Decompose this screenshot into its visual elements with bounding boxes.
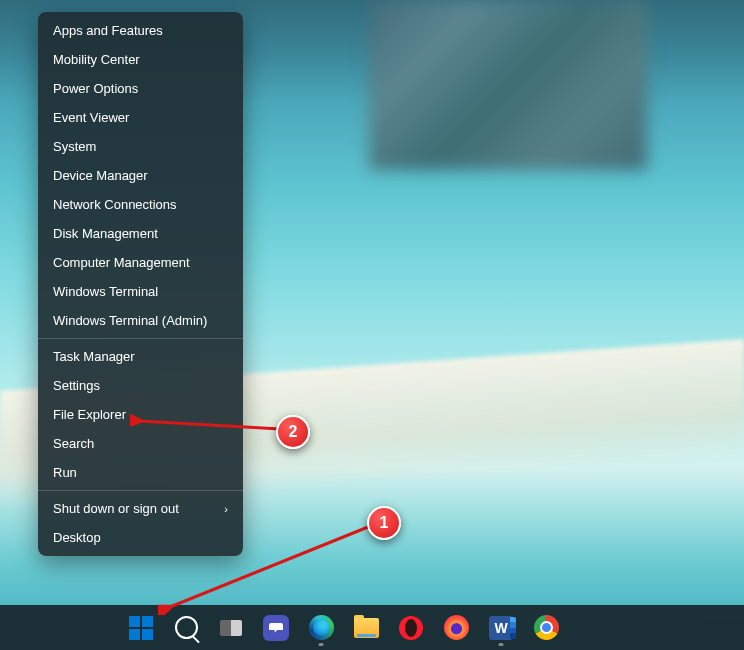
word-button[interactable]: W [482,609,520,647]
menu-item-windows-terminal[interactable]: Windows Terminal [38,277,243,306]
annotation-badge-1: 1 [367,506,401,540]
annotation-badge-2: 2 [276,415,310,449]
menu-item-event-viewer[interactable]: Event Viewer [38,103,243,132]
file-explorer-button[interactable] [347,609,385,647]
running-indicator [499,643,504,646]
start-button[interactable] [122,609,160,647]
opera-icon [399,616,423,640]
taskbar: W [0,605,744,650]
windows-logo-icon [129,616,153,640]
winx-context-menu: Apps and FeaturesMobility CenterPower Op… [38,12,243,556]
chat-icon [263,615,289,641]
search-button[interactable] [167,609,205,647]
menu-item-label: Windows Terminal (Admin) [53,313,207,328]
chrome-icon [534,615,559,640]
menu-item-mobility-center[interactable]: Mobility Center [38,45,243,74]
menu-item-label: File Explorer [53,407,126,422]
menu-item-label: Disk Management [53,226,158,241]
menu-item-computer-management[interactable]: Computer Management [38,248,243,277]
chrome-canary-button[interactable] [527,609,565,647]
menu-item-label: Event Viewer [53,110,129,125]
menu-item-network-connections[interactable]: Network Connections [38,190,243,219]
menu-item-device-manager[interactable]: Device Manager [38,161,243,190]
menu-item-file-explorer[interactable]: File Explorer [38,400,243,429]
menu-item-label: Mobility Center [53,52,140,67]
firefox-icon [444,615,469,640]
running-indicator [319,643,324,646]
chat-button[interactable] [257,609,295,647]
opera-button[interactable] [392,609,430,647]
menu-item-search[interactable]: Search [38,429,243,458]
menu-item-label: Shut down or sign out [53,501,179,516]
edge-icon [309,615,334,640]
chevron-right-icon: › [224,503,228,515]
menu-item-label: Computer Management [53,255,190,270]
menu-item-label: Power Options [53,81,138,96]
menu-item-label: Search [53,436,94,451]
menu-item-label: Device Manager [53,168,148,183]
menu-separator [38,338,243,339]
menu-item-label: Settings [53,378,100,393]
task-view-button[interactable] [212,609,250,647]
menu-item-apps-and-features[interactable]: Apps and Features [38,16,243,45]
menu-item-run[interactable]: Run [38,458,243,487]
menu-item-label: Windows Terminal [53,284,158,299]
edge-button[interactable] [302,609,340,647]
menu-item-system[interactable]: System [38,132,243,161]
menu-item-task-manager[interactable]: Task Manager [38,342,243,371]
menu-item-shutdown-signout[interactable]: Shut down or sign out› [38,494,243,523]
menu-item-label: Desktop [53,530,101,545]
menu-item-label: System [53,139,96,154]
menu-item-label: Apps and Features [53,23,163,38]
menu-item-windows-terminal-admin[interactable]: Windows Terminal (Admin) [38,306,243,335]
desktop-wallpaper: Apps and FeaturesMobility CenterPower Op… [0,0,744,650]
word-icon: W [489,616,513,640]
firefox-button[interactable] [437,609,475,647]
menu-item-settings[interactable]: Settings [38,371,243,400]
task-view-icon [220,620,242,636]
menu-item-disk-management[interactable]: Disk Management [38,219,243,248]
menu-item-desktop[interactable]: Desktop [38,523,243,552]
menu-separator [38,490,243,491]
menu-item-label: Run [53,465,77,480]
menu-item-power-options[interactable]: Power Options [38,74,243,103]
blurred-window [369,0,647,170]
menu-item-label: Network Connections [53,197,177,212]
folder-icon [354,618,379,638]
menu-item-label: Task Manager [53,349,135,364]
search-icon [175,616,198,639]
